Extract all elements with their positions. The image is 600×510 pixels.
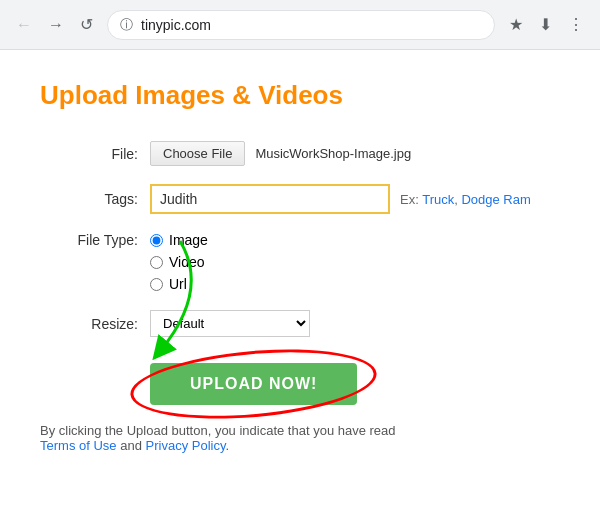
- disclaimer-text: By clicking the Upload button, you indic…: [40, 423, 396, 438]
- back-button[interactable]: ←: [10, 11, 38, 38]
- filetype-video-label: Video: [169, 254, 205, 270]
- filetype-image-radio[interactable]: [150, 234, 163, 247]
- filetype-row: File Type: Image Video Url: [60, 232, 560, 292]
- truck-example-link[interactable]: Truck: [422, 192, 454, 207]
- file-name: MusicWorkShop-Image.jpg: [255, 146, 411, 161]
- forward-button[interactable]: →: [42, 11, 70, 38]
- form-table: File: Choose File MusicWorkShop-Image.jp…: [60, 141, 560, 337]
- resize-row: Resize: Default Small Medium Large: [60, 310, 560, 337]
- upload-now-button[interactable]: UPLOAD NOW!: [150, 363, 357, 405]
- menu-button[interactable]: ⋮: [562, 11, 590, 38]
- star-button[interactable]: ★: [503, 11, 529, 38]
- privacy-link[interactable]: Privacy Policy: [146, 438, 226, 453]
- page-title: Upload Images & Videos: [40, 80, 560, 111]
- page-content: Upload Images & Videos File: Choose File…: [0, 50, 600, 483]
- filetype-radio-group: Image Video Url: [150, 232, 208, 292]
- tags-example: Ex: Truck, Dodge Ram: [400, 192, 531, 207]
- filetype-url-radio[interactable]: [150, 278, 163, 291]
- resize-select[interactable]: Default Small Medium Large: [150, 310, 310, 337]
- filetype-video-radio[interactable]: [150, 256, 163, 269]
- disclaimer: By clicking the Upload button, you indic…: [40, 423, 470, 453]
- upload-btn-container: UPLOAD NOW!: [150, 363, 357, 405]
- file-label: File:: [60, 146, 150, 162]
- browser-chrome: ← → ↺ ⓘ tinypic.com ★ ⬇ ⋮: [0, 0, 600, 50]
- period: .: [225, 438, 229, 453]
- filetype-image-option[interactable]: Image: [150, 232, 208, 248]
- download-button[interactable]: ⬇: [533, 11, 558, 38]
- and-text: and: [120, 438, 142, 453]
- upload-form: File: Choose File MusicWorkShop-Image.jp…: [40, 141, 560, 453]
- resize-label: Resize:: [60, 316, 150, 332]
- filetype-video-option[interactable]: Video: [150, 254, 208, 270]
- file-row: File: Choose File MusicWorkShop-Image.jp…: [60, 141, 560, 166]
- tags-row: Tags: Ex: Truck, Dodge Ram: [60, 184, 560, 214]
- lock-icon: ⓘ: [120, 16, 133, 34]
- browser-actions: ★ ⬇ ⋮: [503, 11, 590, 38]
- choose-file-button[interactable]: Choose File: [150, 141, 245, 166]
- refresh-button[interactable]: ↺: [74, 11, 99, 38]
- address-bar[interactable]: ⓘ tinypic.com: [107, 10, 495, 40]
- filetype-url-label: Url: [169, 276, 187, 292]
- tags-label: Tags:: [60, 191, 150, 207]
- filetype-image-label: Image: [169, 232, 208, 248]
- tags-input[interactable]: [150, 184, 390, 214]
- filetype-label: File Type:: [60, 232, 150, 248]
- url-text: tinypic.com: [141, 17, 482, 33]
- oval-wrapper: UPLOAD NOW!: [150, 363, 357, 405]
- terms-link[interactable]: Terms of Use: [40, 438, 117, 453]
- filetype-url-option[interactable]: Url: [150, 276, 208, 292]
- nav-buttons: ← → ↺: [10, 11, 99, 38]
- dodgeram-example-link[interactable]: Dodge Ram: [461, 192, 530, 207]
